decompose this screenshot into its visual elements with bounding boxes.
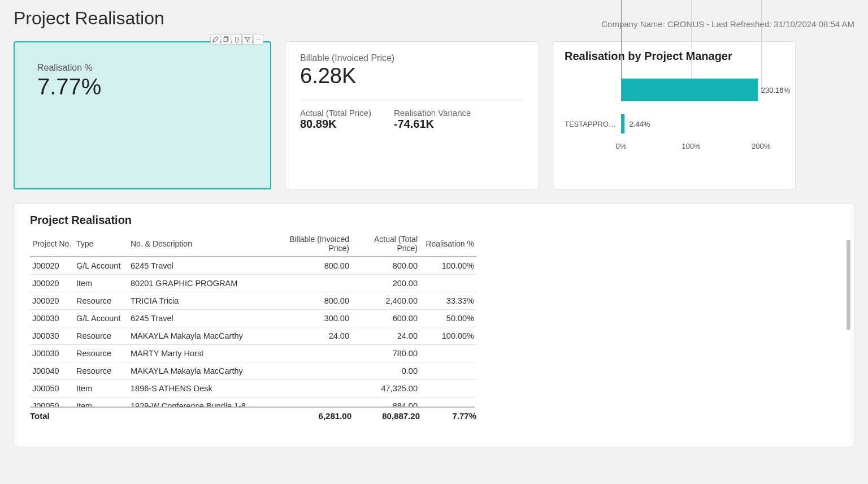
divider [300,100,524,100]
table: Project No. Type No. & Description Billa… [30,231,476,407]
chart-bar-1: TESTAPPROV... 2.44% [565,109,784,139]
total-bill: 6,281.00 [267,411,351,421]
cell: 6245 Travel [128,257,267,275]
cell: 80201 GRAPHIC PROGRAM [128,275,267,292]
cell: Resource [74,292,128,310]
cell: Resource [74,327,128,345]
filter-icon[interactable] [242,34,253,45]
chart-axis: 0% 100% 200% [565,139,784,157]
cell: Resource [74,345,128,362]
cell: J00040 [30,362,74,380]
edit-icon[interactable] [210,34,220,45]
cell: 300.00 [267,310,351,327]
card-realisation[interactable]: ⋯ Realisation % 7.77% [14,41,271,189]
realisation-label: Realisation % [37,63,248,73]
cell: MARTY Marty Horst [128,345,267,362]
cell: Resource [74,362,128,380]
tick-0: 0% [616,142,627,150]
chart-barlabel-0: 230.16% [761,86,790,94]
cell: 780.00 [351,345,420,362]
cell: J00020 [30,292,74,310]
cell [420,362,476,380]
scrollbar-thumb[interactable] [847,240,850,330]
cell: G/L Account [74,257,128,275]
col-billable[interactable]: Billable (Invoiced Price) [267,231,351,257]
copy-icon[interactable] [221,34,231,45]
focus-icon[interactable] [232,34,242,45]
variance-label: Realisation Variance [394,108,471,118]
cell: 100.00% [420,257,476,275]
cell [420,397,476,407]
chart-title: Realisation by Project Manager [565,50,784,63]
cell: G/L Account [74,310,128,327]
col-desc[interactable]: No. & Description [128,231,267,257]
total-real: 7.77% [420,411,476,421]
cell [420,275,476,292]
scrollbar[interactable] [847,240,850,437]
table-row[interactable]: J00020ResourceTRICIA Tricia800.002,400.0… [30,292,476,310]
page-title: Project Realisation [14,8,164,29]
cell: J00020 [30,275,74,292]
chart-fill-1 [621,114,624,133]
cell: 33.33% [420,292,476,310]
table-row[interactable]: J00040ResourceMAKAYLA Makayla MacCarthy0… [30,362,476,380]
cell: 200.00 [351,275,420,292]
realisation-value: 7.77% [37,74,248,99]
cell: 1929-W Conference Bundle 1-8 [128,397,267,407]
col-project[interactable]: Project No. [30,231,74,257]
cell: J00050 [30,397,74,407]
cell: 24.00 [267,327,351,345]
card-toolbar: ⋯ [210,34,263,45]
cell: 1896-S ATHENS Desk [128,380,267,397]
more-icon[interactable]: ⋯ [253,34,263,45]
table-row[interactable]: J00030ResourceMAKAYLA Makayla MacCarthy2… [30,327,476,345]
table-title: Project Realisation [30,214,838,227]
cell: 0.00 [351,362,420,380]
svg-rect-0 [224,37,227,42]
cell: 50.00% [420,310,476,327]
table-row[interactable]: J00030ResourceMARTY Marty Horst780.00 [30,345,476,362]
total-act: 80,887.20 [351,411,420,421]
cell: 800.00 [267,257,351,275]
col-type[interactable]: Type [74,231,128,257]
cell [267,397,351,407]
cell: 884.00 [351,397,420,407]
cell: J00050 [30,380,74,397]
cell: 800.00 [267,292,351,310]
svg-rect-1 [236,37,238,42]
table-header: Project No. Type No. & Description Billa… [30,231,476,257]
card-billable[interactable]: Billable (Invoiced Price) 6.28K Actual (… [285,41,539,189]
billable-value: 6.28K [300,64,524,88]
col-real[interactable]: Realisation % [420,231,476,257]
cell: 800.00 [351,257,420,275]
actual-value: 80.89K [300,118,371,131]
chart-area: 230.16% TESTAPPROV... 2.44% 0% 100% 20 [565,71,784,183]
tick-1: 100% [682,142,700,150]
cell [267,362,351,380]
cell [267,275,351,292]
col-actual[interactable]: Actual (Total Price) [351,231,420,257]
cell: 600.00 [351,310,420,327]
cell: 24.00 [351,327,420,345]
table-row[interactable]: J00050Item1896-S ATHENS Desk47,325.00 [30,380,476,397]
chart-bar-0: 230.16% [565,71,784,109]
cell: 47,325.00 [351,380,420,397]
table-row[interactable]: J00020Item80201 GRAPHIC PROGRAM200.00 [30,275,476,292]
cell: MAKAYLA Makayla MacCarthy [128,362,267,380]
cell [267,345,351,362]
cell: 100.00% [420,327,476,345]
chart-fill-0 [621,79,758,101]
table-row[interactable]: J00030G/L Account6245 Travel300.00600.00… [30,310,476,327]
table-total-row: Total 6,281.00 80,887.20 7.77% [30,407,475,421]
cell: J00030 [30,327,74,345]
billable-label: Billable (Invoiced Price) [300,53,524,63]
table-row[interactable]: J00020G/L Account6245 Travel800.00800.00… [30,257,476,275]
card-table: Project Realisation Project No. Type No.… [14,203,854,447]
table-row[interactable]: J00050Item1929-W Conference Bundle 1-888… [30,397,476,407]
actual-label: Actual (Total Price) [300,108,371,118]
cell: Item [74,397,128,407]
cell: 2,400.00 [351,292,420,310]
card-chart[interactable]: Realisation by Project Manager 230.16% T… [553,41,796,189]
cell: Item [74,380,128,397]
table-scroll[interactable]: Project No. Type No. & Description Billa… [30,231,838,407]
